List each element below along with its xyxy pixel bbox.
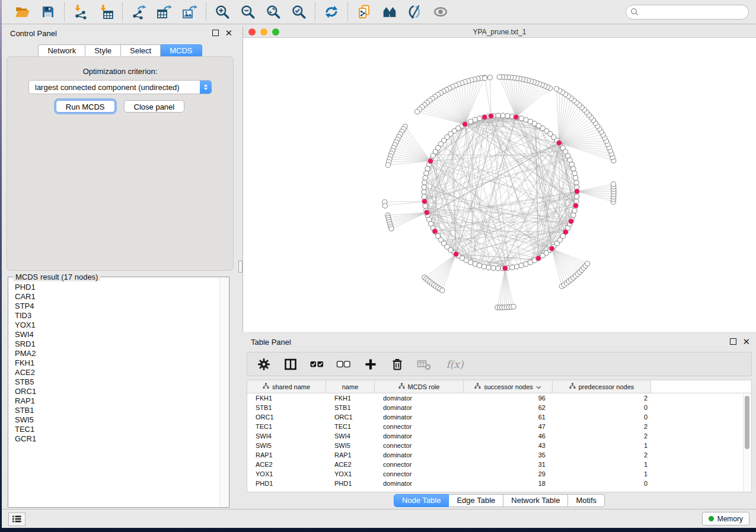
search-box xyxy=(626,5,749,20)
tab-network-table[interactable]: Network Table xyxy=(503,494,568,507)
column-label: MCDS role xyxy=(408,383,440,390)
list-item[interactable]: RAP1 xyxy=(15,396,219,406)
cell-successors: 31 xyxy=(464,461,553,468)
node-table: shared namenameMCDS rolesuccessor nodesp… xyxy=(247,380,752,492)
control-panel-tabs: NetworkStyleSelectMCDS xyxy=(2,44,238,57)
list-item[interactable]: CAR1 xyxy=(15,292,219,302)
list-item[interactable]: PHD1 xyxy=(15,283,219,292)
tab-node-table[interactable]: Node Table xyxy=(394,494,449,507)
optimization-criterion-select[interactable]: largest connected component (undirected) xyxy=(28,80,212,94)
close-panel-icon[interactable]: ✕ xyxy=(742,338,750,345)
hide-visibility-icon[interactable] xyxy=(407,4,423,20)
list-item[interactable]: TEC1 xyxy=(15,425,219,434)
list-item[interactable]: TID3 xyxy=(15,311,219,321)
result-list-scrollbar[interactable] xyxy=(219,278,228,507)
list-item[interactable]: SWI5 xyxy=(15,415,219,425)
gear-icon[interactable] xyxy=(256,357,272,372)
list-item[interactable]: SRD1 xyxy=(15,339,219,349)
column-header-shared-name[interactable]: shared name xyxy=(247,380,326,393)
close-panel-icon[interactable]: ✕ xyxy=(225,30,232,36)
import-table-icon[interactable] xyxy=(98,4,114,20)
eye-icon[interactable] xyxy=(432,4,449,20)
zoom-selected-icon[interactable] xyxy=(291,4,307,20)
tab-motifs[interactable]: Motifs xyxy=(568,494,605,507)
list-item[interactable]: YOX1 xyxy=(15,321,219,330)
list-item[interactable]: STB5 xyxy=(15,377,219,387)
task-history-button[interactable] xyxy=(8,512,25,526)
open-folder-icon[interactable] xyxy=(14,4,31,20)
column-label: shared name xyxy=(272,383,310,390)
cell-role: dominator xyxy=(375,451,464,459)
clone-network-icon[interactable] xyxy=(356,4,372,20)
show-columns-icon[interactable] xyxy=(283,357,298,372)
tree-hierarchy-icon xyxy=(569,383,576,390)
tab-network[interactable]: Network xyxy=(38,44,85,57)
deselect-all-icon[interactable] xyxy=(336,357,352,372)
tab-mcds[interactable]: MCDS xyxy=(161,44,202,57)
cell-predecessors: 0 xyxy=(553,414,651,421)
column-label: name xyxy=(342,383,359,390)
tab-select[interactable]: Select xyxy=(121,44,161,57)
tab-style[interactable]: Style xyxy=(85,44,121,57)
select-all-icon[interactable] xyxy=(310,357,325,372)
refresh-icon[interactable] xyxy=(323,4,340,20)
table-row[interactable]: YOX1YOX1connector291 xyxy=(247,469,751,479)
list-item[interactable]: STP4 xyxy=(15,302,219,311)
cell-predecessors: 0 xyxy=(553,480,651,487)
add-icon[interactable] xyxy=(363,357,378,372)
float-panel-icon[interactable] xyxy=(212,30,219,36)
column-header-mcds-role[interactable]: MCDS role xyxy=(375,380,464,393)
table-row[interactable]: SWI5SWI5connector431 xyxy=(247,441,751,450)
table-row[interactable]: FKH1FKH1dominator962 xyxy=(247,393,751,403)
table-row[interactable]: SWI4SWI4dominator462 xyxy=(247,431,751,441)
table-row[interactable]: TEC1TEC1connector472 xyxy=(247,422,751,431)
list-item[interactable]: ACE2 xyxy=(15,368,219,377)
import-network-icon[interactable] xyxy=(72,4,89,20)
split-divider-grabber[interactable] xyxy=(238,261,243,273)
table-scrollbar[interactable] xyxy=(743,393,751,492)
network-canvas[interactable] xyxy=(243,38,756,332)
network-graph[interactable] xyxy=(243,38,756,332)
search-input[interactable] xyxy=(626,5,749,20)
export-table-icon[interactable] xyxy=(156,4,173,20)
control-panel: Control Panel ✕ NetworkStyleSelectMCDS O… xyxy=(2,25,238,509)
close-panel-button[interactable]: Close panel xyxy=(124,100,185,113)
cell-predecessors: 1 xyxy=(553,461,651,468)
list-item[interactable]: FKH1 xyxy=(15,358,219,368)
trash-icon[interactable] xyxy=(390,357,405,372)
list-item[interactable]: ORC1 xyxy=(15,387,219,396)
table-scrollbar-thumb[interactable] xyxy=(745,396,749,449)
table-row[interactable]: STB1STB1dominator620 xyxy=(247,403,751,412)
column-header-successor-nodes[interactable]: successor nodes xyxy=(464,380,553,393)
save-icon[interactable] xyxy=(40,4,56,20)
column-header-predecessor-nodes[interactable]: predecessor nodes xyxy=(553,380,651,393)
cell-shared-name: STB1 xyxy=(247,404,326,411)
zoom-fit-icon[interactable] xyxy=(265,4,282,20)
table-row[interactable]: ACE2ACE2connector311 xyxy=(247,460,751,469)
binoculars-icon[interactable] xyxy=(381,4,398,20)
table-row[interactable]: PHD1PHD1dominator180 xyxy=(247,479,751,488)
tab-edge-table[interactable]: Edge Table xyxy=(449,494,503,507)
search-icon xyxy=(630,8,639,18)
control-panel-title: Control Panel xyxy=(10,29,57,38)
export-network-icon[interactable] xyxy=(130,4,147,20)
cell-role: connector xyxy=(375,470,464,477)
cell-predecessors: 2 xyxy=(553,423,651,430)
cell-name: SWI4 xyxy=(326,432,375,440)
cell-role: connector xyxy=(375,442,464,449)
list-item[interactable]: SWI4 xyxy=(15,330,219,339)
zoom-out-icon[interactable] xyxy=(240,4,256,20)
float-panel-icon[interactable] xyxy=(730,338,736,345)
list-item[interactable]: PMA2 xyxy=(15,349,219,358)
run-mcds-button[interactable]: Run MCDS xyxy=(56,100,115,113)
zoom-in-icon[interactable] xyxy=(214,4,231,20)
cell-predecessors: 2 xyxy=(553,451,651,459)
memory-button[interactable]: Memory xyxy=(702,512,749,525)
export-image-icon[interactable] xyxy=(181,4,198,20)
table-row[interactable]: ORC1ORC1dominator610 xyxy=(247,412,751,422)
list-item[interactable]: STB1 xyxy=(15,406,219,415)
column-header-name[interactable]: name xyxy=(326,380,375,393)
list-item[interactable]: GCR1 xyxy=(15,434,219,444)
cell-successors: 18 xyxy=(464,480,553,487)
table-row[interactable]: RAP1RAP1dominator352 xyxy=(247,450,751,460)
